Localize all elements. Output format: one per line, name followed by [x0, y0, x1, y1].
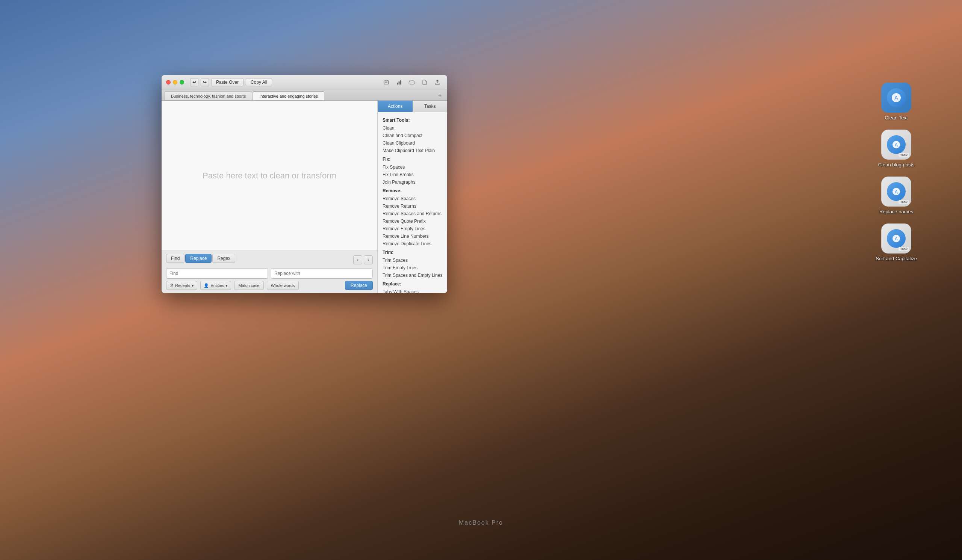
tab-interactive-label: Interactive and engaging stories: [259, 94, 318, 98]
replace-names-icon: A Task: [881, 177, 911, 207]
actions-header: Actions Tasks: [378, 101, 447, 112]
actions-section-header-0: Smart Tools:: [378, 115, 447, 124]
desktop-icon-replace-names[interactable]: A Task Replace names: [879, 177, 913, 214]
actions-item-0-0[interactable]: Clean: [378, 124, 447, 132]
sort-capitalize-label: Sort and Capitalize: [876, 256, 917, 261]
find-navigation: ‹ ›: [353, 256, 373, 264]
share-icon[interactable]: [432, 78, 443, 86]
clean-blog-icon: A Task: [881, 130, 911, 159]
undo-button[interactable]: ↩: [190, 78, 199, 86]
replace-names-badge: Task: [899, 200, 909, 204]
desktop-icon-sort-capitalize[interactable]: A Task Sort and Capitalize: [876, 224, 917, 261]
copy-all-button[interactable]: Copy All: [246, 78, 272, 86]
actions-tab-actions-label: Actions: [388, 104, 402, 109]
add-tab-button[interactable]: +: [436, 91, 444, 100]
replace-button[interactable]: Replace: [345, 281, 373, 290]
actions-panel: Actions Tasks Smart Tools:CleanClean and…: [378, 101, 447, 293]
minimize-button[interactable]: [173, 80, 178, 85]
find-tabs: Find Replace Regex: [166, 254, 235, 263]
find-next-button[interactable]: ›: [364, 256, 373, 264]
find-tab-regex-label: Regex: [217, 256, 230, 261]
desktop-icon-clean-text[interactable]: A Clean Text: [881, 83, 911, 121]
redo-button[interactable]: ↪: [201, 78, 209, 86]
undo-icon: ↩: [192, 80, 196, 85]
tab-business[interactable]: Business, technology, fashion and sports: [165, 91, 252, 100]
actions-item-1-1[interactable]: Fix Line Breaks: [378, 171, 447, 179]
clean-text-label: Clean Text: [885, 115, 907, 121]
macbook-label: MacBook Pro: [459, 520, 503, 526]
actions-item-3-0[interactable]: Trim Spaces: [378, 256, 447, 264]
recents-dropdown[interactable]: ⏱ Recents ▾: [166, 281, 197, 290]
desktop: [0, 0, 962, 560]
actions-item-0-1[interactable]: Clean and Compact: [378, 132, 447, 139]
document-icon[interactable]: [420, 78, 430, 86]
main-area: Paste here text to clean or transform Fi…: [161, 101, 447, 293]
tab-interactive[interactable]: Interactive and engaging stories: [253, 91, 324, 100]
redo-icon: ↪: [203, 80, 207, 85]
find-inputs: [166, 268, 373, 279]
whole-words-button[interactable]: Whole words: [267, 281, 299, 290]
actions-item-2-0[interactable]: Remove Spaces: [378, 195, 447, 203]
replace-input[interactable]: [271, 268, 373, 279]
svg-text:A: A: [895, 236, 898, 241]
tab-bar: Business, technology, fashion and sports…: [161, 89, 447, 101]
actions-tab-actions[interactable]: Actions: [378, 101, 413, 112]
match-case-button[interactable]: Match case: [234, 281, 263, 290]
actions-item-0-2[interactable]: Clean Clipboard: [378, 139, 447, 147]
tab-business-label: Business, technology, fashion and sports: [171, 94, 246, 98]
recents-label: Recents: [175, 283, 190, 288]
app-window: ↩ ↪ Paste Over Copy All: [161, 75, 447, 293]
replace-names-label: Replace names: [879, 209, 913, 214]
editor-placeholder[interactable]: Paste here text to clean or transform: [161, 101, 377, 251]
cloud-icon[interactable]: [407, 78, 417, 86]
desktop-icons-container: A Clean Text A Task Clean blog posts A: [876, 83, 917, 261]
entities-dropdown[interactable]: 👤 Entities ▾: [200, 281, 231, 290]
clean-blog-badge: Task: [899, 153, 909, 158]
actions-item-2-6[interactable]: Remove Duplicate Lines: [378, 240, 447, 248]
editor-area: Paste here text to clean or transform Fi…: [161, 101, 378, 293]
find-tab-regex[interactable]: Regex: [212, 254, 235, 263]
find-tab-replace[interactable]: Replace: [185, 254, 211, 263]
find-tab-find[interactable]: Find: [166, 254, 184, 263]
clean-blog-label: Clean blog posts: [878, 162, 915, 167]
find-input[interactable]: [166, 268, 268, 279]
actions-item-2-2[interactable]: Remove Spaces and Returns: [378, 210, 447, 217]
actions-item-0-3[interactable]: Make Clipboard Text Plain: [378, 147, 447, 154]
recents-icon: ⏱: [169, 283, 174, 288]
svg-text:A: A: [895, 189, 898, 195]
actions-item-2-1[interactable]: Remove Returns: [378, 203, 447, 210]
chart-icon[interactable]: [394, 78, 404, 86]
actions-item-4-0[interactable]: Tabs With Spaces: [378, 288, 447, 293]
delete-icon[interactable]: [381, 78, 392, 86]
actions-section-header-2: Remove:: [378, 186, 447, 195]
actions-section-header-1: Fix:: [378, 154, 447, 163]
sort-capitalize-badge: Task: [899, 247, 909, 251]
title-bar: ↩ ↪ Paste Over Copy All: [161, 75, 447, 89]
actions-item-2-3[interactable]: Remove Quote Prefix: [378, 217, 447, 225]
sort-capitalize-icon: A Task: [881, 224, 911, 254]
actions-item-3-2[interactable]: Trim Spaces and Empty Lines: [378, 272, 447, 279]
svg-rect-13: [397, 83, 398, 85]
actions-item-2-4[interactable]: Remove Empty Lines: [378, 225, 447, 232]
actions-list: Smart Tools:CleanClean and CompactClean …: [378, 112, 447, 293]
paste-over-button[interactable]: Paste Over: [211, 78, 244, 86]
actions-item-1-0[interactable]: Fix Spaces: [378, 163, 447, 171]
find-prev-button[interactable]: ‹: [353, 256, 362, 264]
actions-item-1-2[interactable]: Join Paragraphs: [378, 179, 447, 186]
actions-item-2-5[interactable]: Remove Line Numbers: [378, 232, 447, 240]
desktop-icon-clean-blog[interactable]: A Task Clean blog posts: [878, 130, 915, 167]
svg-text:A: A: [894, 95, 898, 101]
close-button[interactable]: [166, 80, 171, 85]
svg-text:A: A: [895, 142, 898, 148]
find-tab-replace-label: Replace: [190, 256, 207, 261]
find-tab-find-label: Find: [171, 256, 180, 261]
actions-tab-tasks[interactable]: Tasks: [413, 101, 447, 112]
svg-rect-15: [400, 80, 401, 85]
maximize-button[interactable]: [180, 80, 184, 85]
actions-section-header-4: Replace:: [378, 279, 447, 288]
find-tabs-row: Find Replace Regex ‹ ›: [166, 254, 373, 266]
recents-chevron-icon: ▾: [192, 283, 194, 288]
clean-text-icon: A: [881, 83, 911, 113]
actions-item-3-1[interactable]: Trim Empty Lines: [378, 264, 447, 272]
entities-chevron-icon: ▾: [226, 283, 228, 288]
